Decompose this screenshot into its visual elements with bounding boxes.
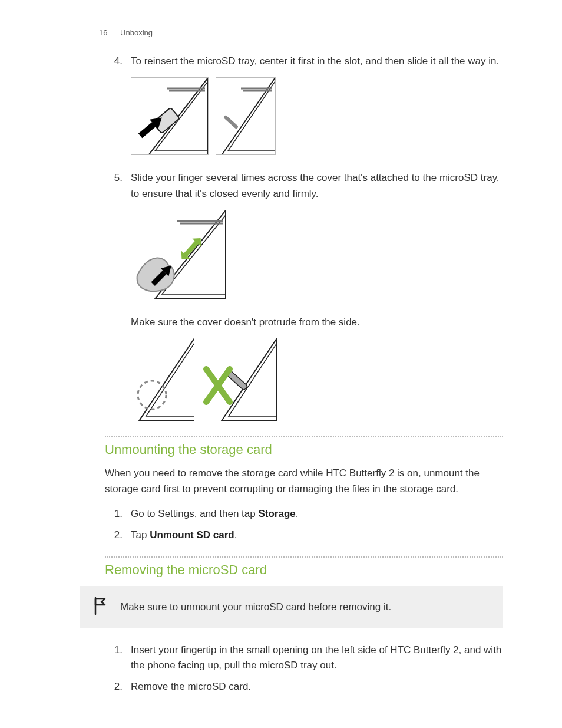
step-text: Remove the microSD card. xyxy=(131,679,503,694)
page-number: 16 xyxy=(99,28,107,37)
step-item: 1. Go to Settings, and then tap Storage. xyxy=(105,506,503,522)
callout-text: Make sure to unmount your microSD card b… xyxy=(120,601,391,613)
figure-cover-wrong xyxy=(201,338,277,421)
step-text: Go to Settings, and then tap Storage. xyxy=(131,506,503,522)
step-item: 5. Slide your finger several times acros… xyxy=(105,170,503,202)
callout-box: Make sure to unmount your microSD card b… xyxy=(80,586,503,628)
section-divider xyxy=(105,556,503,558)
step-number: 5. xyxy=(105,170,131,202)
section-divider xyxy=(105,436,503,437)
header-section: Unboxing xyxy=(120,28,153,37)
heading-unmounting: Unmounting the storage card xyxy=(105,442,503,457)
step-text: Tap Unmount SD card. xyxy=(131,528,503,543)
step-text: Insert your fingertip in the small openi… xyxy=(131,643,503,674)
step-item: 1. Insert your fingertip in the small op… xyxy=(105,643,503,674)
step-text: To reinsert the microSD tray, center it … xyxy=(131,54,503,69)
running-header: 16 Unboxing xyxy=(99,28,503,37)
step-item: 2. Tap Unmount SD card. xyxy=(105,528,503,543)
figure-insert-tray xyxy=(131,77,209,155)
step-number: 2. xyxy=(105,528,131,543)
svg-rect-11 xyxy=(223,115,239,130)
flag-icon xyxy=(93,597,112,618)
step-text: Slide your finger several times across t… xyxy=(131,170,503,202)
figure-cover-correct xyxy=(131,338,194,421)
heading-removing: Removing the microSD card xyxy=(105,562,503,578)
page-content: 4. To reinsert the microSD tray, center … xyxy=(105,54,503,695)
svg-marker-22 xyxy=(222,338,277,421)
step-item: 4. To reinsert the microSD tray, center … xyxy=(105,54,503,69)
figure-row-step4 xyxy=(131,77,503,155)
figure-row-protrude xyxy=(131,338,503,421)
step-number: 4. xyxy=(105,54,131,69)
step-number: 2. xyxy=(105,679,131,694)
figure-row-step5 xyxy=(131,210,503,299)
figure-tray-flush xyxy=(216,77,276,155)
manual-page: 16 Unboxing 4. To reinsert the microSD t… xyxy=(0,0,562,728)
step-item: 2. Remove the microSD card. xyxy=(105,679,503,694)
svg-rect-5 xyxy=(138,123,156,139)
step-number: 1. xyxy=(105,643,131,674)
step-number: 1. xyxy=(105,506,131,522)
step5-note: Make sure the cover doesn't protrude fro… xyxy=(131,315,503,330)
figure-slide-cover xyxy=(131,210,226,299)
unmount-intro: When you need to remove the storage card… xyxy=(105,466,503,497)
